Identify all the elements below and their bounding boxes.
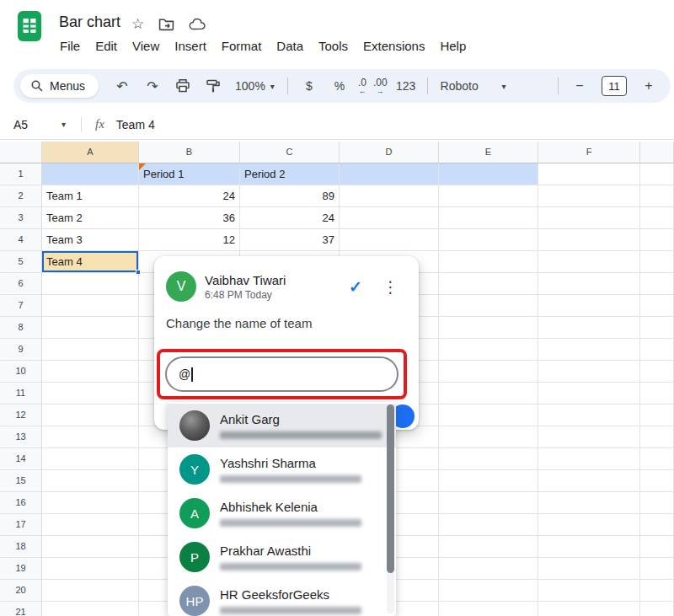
cell-A12[interactable]: [42, 404, 139, 426]
increase-decimal-button[interactable]: .00 →: [373, 73, 388, 99]
column-header-D[interactable]: D: [340, 142, 439, 163]
cell-C3[interactable]: 24: [240, 207, 340, 229]
cell-A6[interactable]: [42, 273, 139, 295]
row-header-4[interactable]: 4: [0, 229, 42, 251]
cell-A5[interactable]: Team 4: [42, 251, 139, 273]
row-header-3[interactable]: 3: [0, 207, 42, 229]
font-size-input[interactable]: 11: [602, 76, 627, 96]
cell-A9[interactable]: [42, 339, 139, 361]
cell-D1[interactable]: [340, 163, 439, 185]
number-format-button[interactable]: 123: [395, 74, 417, 98]
mention-item[interactable]: HPHR GeeksforGeeks: [168, 579, 396, 616]
undo-button[interactable]: ↶: [111, 74, 133, 98]
cell-F6[interactable]: [538, 273, 640, 295]
cell-F10[interactable]: [538, 361, 640, 383]
column-header-E[interactable]: E: [439, 142, 538, 163]
menu-tools[interactable]: Tools: [311, 36, 356, 56]
cell-F3[interactable]: [538, 207, 640, 229]
cell-A13[interactable]: [42, 426, 139, 448]
formula-input[interactable]: Team 4: [116, 118, 155, 131]
cell-F5[interactable]: [538, 251, 640, 273]
decrease-font-size-button[interactable]: −: [569, 74, 591, 98]
cell-F8[interactable]: [538, 317, 640, 339]
cell-E1[interactable]: [439, 163, 538, 185]
decrease-decimal-button[interactable]: .0 ←: [358, 73, 366, 99]
row-header-16[interactable]: 16: [0, 492, 42, 514]
cell-E5[interactable]: [439, 251, 538, 273]
cell-F20[interactable]: [538, 580, 640, 602]
cell-F7[interactable]: [538, 295, 640, 317]
column-header-A[interactable]: A: [42, 142, 139, 163]
cell-A14[interactable]: [42, 448, 139, 470]
cell-E4[interactable]: [439, 229, 538, 251]
cell-F4[interactable]: [538, 229, 640, 251]
mention-item[interactable]: Ankit Garg: [168, 404, 396, 447]
currency-format-button[interactable]: $: [298, 74, 320, 98]
row-header-5[interactable]: 5: [0, 251, 42, 273]
cell-A1[interactable]: [42, 163, 139, 185]
cell-A18[interactable]: [42, 536, 139, 558]
row-header-10[interactable]: 10: [0, 361, 42, 383]
cell-E20[interactable]: [439, 580, 538, 602]
cell-A15[interactable]: [42, 470, 139, 492]
sheets-logo-icon[interactable]: [17, 9, 42, 43]
column-header-F[interactable]: F: [538, 142, 640, 163]
menu-format[interactable]: Format: [214, 36, 270, 56]
row-header-9[interactable]: 9: [0, 339, 42, 361]
cell-A16[interactable]: [42, 492, 139, 514]
cell-B3[interactable]: 36: [139, 207, 240, 229]
row-header-8[interactable]: 8: [0, 317, 42, 339]
menu-help[interactable]: Help: [432, 36, 473, 56]
cell-C1[interactable]: Period 2: [240, 163, 340, 185]
cell-E19[interactable]: [439, 558, 538, 580]
document-title[interactable]: Bar chart: [59, 13, 120, 31]
cell-A20[interactable]: [42, 580, 139, 602]
cell-E21[interactable]: [439, 602, 538, 616]
cell-F21[interactable]: [538, 602, 640, 616]
cell-A7[interactable]: [42, 295, 139, 317]
menu-extensions[interactable]: Extensions: [356, 36, 432, 56]
cell-C2[interactable]: 89: [240, 185, 340, 207]
cell-E15[interactable]: [439, 470, 538, 492]
percent-format-button[interactable]: %: [329, 74, 350, 98]
select-all-button[interactable]: [0, 142, 42, 163]
column-header-C[interactable]: C: [240, 142, 340, 163]
menu-view[interactable]: View: [125, 36, 167, 56]
cell-F18[interactable]: [538, 536, 640, 558]
cell-A4[interactable]: Team 3: [42, 229, 139, 251]
row-header-15[interactable]: 15: [0, 470, 42, 492]
cell-D3[interactable]: [340, 207, 439, 229]
menu-edit[interactable]: Edit: [88, 36, 125, 56]
increase-font-size-button[interactable]: +: [638, 74, 660, 98]
cell-B2[interactable]: 24: [139, 185, 240, 207]
cell-B4[interactable]: 12: [139, 229, 240, 251]
cell-E3[interactable]: [439, 207, 538, 229]
cell-E18[interactable]: [439, 536, 538, 558]
cell-A21[interactable]: [42, 602, 139, 616]
row-header-11[interactable]: 11: [0, 383, 42, 404]
mention-item[interactable]: YYashshri Sharma: [168, 447, 396, 491]
mention-item[interactable]: PPrakhar Awasthi: [168, 535, 396, 579]
cell-E10[interactable]: [439, 361, 538, 383]
row-header-1[interactable]: 1: [0, 163, 42, 185]
row-header-12[interactable]: 12: [0, 404, 42, 426]
row-header-14[interactable]: 14: [0, 448, 42, 470]
redo-button[interactable]: ↷: [142, 74, 163, 98]
zoom-control[interactable]: 100% ▾: [235, 79, 275, 93]
mention-scrollbar[interactable]: [387, 404, 394, 613]
cell-E12[interactable]: [439, 404, 538, 426]
cell-A3[interactable]: Team 2: [42, 207, 139, 229]
cell-D4[interactable]: [340, 229, 439, 251]
resolve-comment-button[interactable]: ✓: [349, 277, 362, 297]
row-header-6[interactable]: 6: [0, 273, 42, 295]
fill-handle[interactable]: [136, 270, 141, 275]
cell-E7[interactable]: [439, 295, 538, 317]
cell-C4[interactable]: 37: [240, 229, 340, 251]
row-header-20[interactable]: 20: [0, 580, 42, 602]
row-header-19[interactable]: 19: [0, 558, 42, 580]
cell-A17[interactable]: [42, 514, 139, 536]
cell-B1[interactable]: Period 1: [139, 163, 240, 185]
cell-F17[interactable]: [538, 514, 640, 536]
row-header-18[interactable]: 18: [0, 536, 42, 558]
row-header-21[interactable]: 21: [0, 602, 42, 616]
